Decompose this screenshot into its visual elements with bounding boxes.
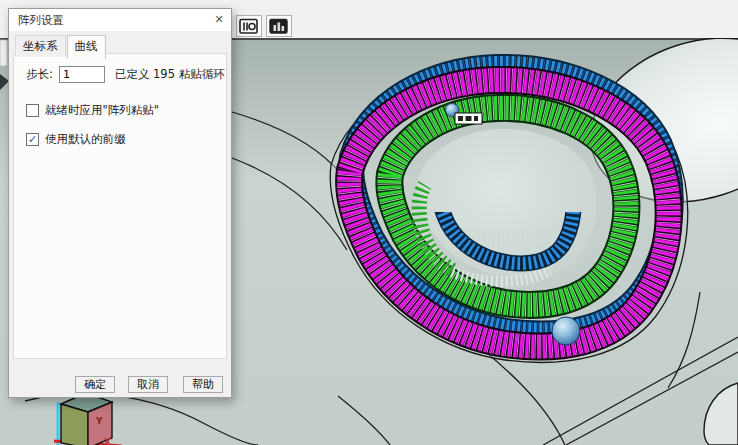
toolbar-button-histogram[interactable]	[266, 15, 292, 37]
help-button[interactable]: 帮助	[183, 376, 223, 393]
dialog-titlebar[interactable]: 阵列设置 ✕	[9, 9, 231, 31]
default-prefix-row: ✓ 使用默认的前缀	[26, 132, 226, 147]
apply-array-paste-row: 就绪时应用"阵列粘贴"	[26, 103, 226, 118]
triad-y-label: Y	[95, 416, 103, 426]
tab-curve[interactable]: 曲线	[67, 35, 106, 59]
dialog-title: 阵列设置	[18, 13, 64, 28]
ok-button[interactable]: 确定	[75, 376, 115, 393]
step-label: 步长:	[26, 67, 53, 82]
toolbar-button-section-view[interactable]	[236, 15, 262, 37]
checkmark-icon: ✓	[28, 134, 37, 145]
section-view-icon	[239, 18, 259, 35]
step-info-text: 已定义 195 粘贴循环	[115, 67, 225, 82]
step-input[interactable]	[59, 66, 105, 83]
array-settings-dialog: 阵列设置 ✕ 坐标系 曲线 步长: 已定义 195 粘贴循环 就绪时应用"阵列粘…	[8, 8, 232, 398]
apply-array-paste-label: 就绪时应用"阵列粘贴"	[45, 103, 159, 118]
tool-sphere	[552, 317, 580, 345]
close-icon[interactable]: ✕	[210, 11, 228, 28]
step-row: 步长: 已定义 195 粘贴循环	[26, 66, 226, 83]
array-track-model	[349, 67, 671, 347]
tab-coordinate-system[interactable]: 坐标系	[15, 35, 66, 57]
dialog-button-row: 确定 取消 帮助	[9, 359, 231, 397]
triad-x-label: X	[104, 437, 111, 445]
apply-array-paste-checkbox[interactable]	[26, 104, 39, 117]
dialog-tabs: 坐标系 曲线	[15, 35, 231, 57]
curve-tab-pane: 步长: 已定义 195 粘贴循环 就绪时应用"阵列粘贴" ✓ 使用默认的前缀	[13, 53, 227, 359]
default-prefix-checkbox[interactable]: ✓	[26, 133, 39, 146]
cube-left-face	[61, 404, 88, 445]
model-tag	[455, 113, 482, 124]
cancel-button[interactable]: 取消	[128, 376, 168, 393]
histogram-icon	[269, 18, 289, 35]
default-prefix-label: 使用默认的前缀	[45, 132, 126, 147]
